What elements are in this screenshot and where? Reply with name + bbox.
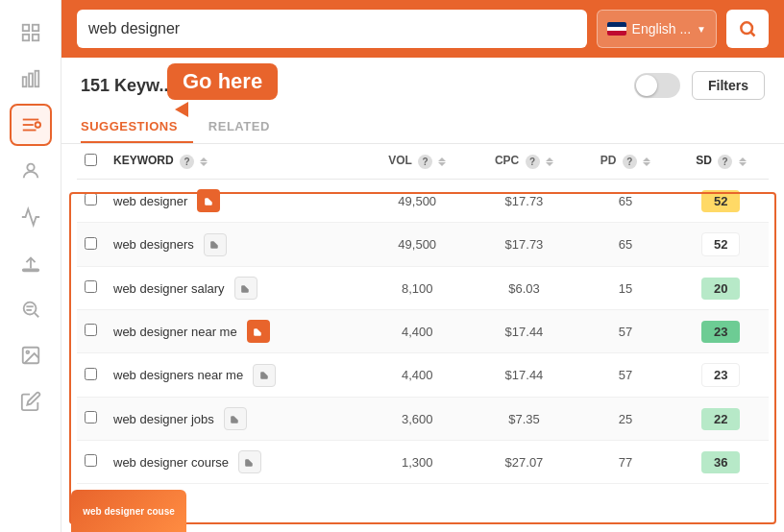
cpc-sort-arrows[interactable]: [546, 157, 553, 166]
row-checkbox[interactable]: [85, 193, 97, 206]
row-pd-cell: 15: [577, 267, 673, 310]
row-vol-cell: 1,300: [364, 441, 471, 484]
row-cpc-cell: $17.73: [471, 180, 578, 223]
sd-sort-arrows[interactable]: [739, 157, 747, 166]
row-vol-cell: 4,400: [364, 353, 471, 398]
row-checkbox-cell: [77, 398, 106, 441]
keyword-link-button[interactable]: [224, 407, 247, 430]
row-keyword-cell: web designers: [106, 223, 364, 267]
row-vol-cell: 49,500: [364, 180, 471, 223]
cpc-value: $6.03: [508, 281, 540, 296]
keyword-sort-arrows[interactable]: [200, 157, 208, 166]
toolbar-row: 151 Keyw... Filters: [61, 58, 784, 100]
row-keyword-cell: web designer salary: [106, 267, 364, 310]
main-content: English ... ▼ 151 Keyw... Filters Go her…: [61, 0, 784, 532]
sidebar-item-chart[interactable]: [10, 58, 52, 100]
sidebar-item-image[interactable]: [10, 334, 52, 376]
row-pd-cell: 65: [577, 223, 673, 267]
sd-info-icon: ?: [718, 155, 732, 169]
sidebar-item-dashboard[interactable]: [10, 12, 52, 54]
row-cpc-cell: $6.03: [471, 267, 578, 310]
vol-value: 4,400: [402, 368, 433, 382]
select-all-checkbox[interactable]: [85, 154, 97, 166]
sidebar-item-activity[interactable]: [10, 196, 52, 238]
keyword-link-button[interactable]: [197, 189, 220, 212]
sidebar-item-upload[interactable]: [10, 242, 52, 284]
row-sd-cell: 52: [674, 180, 769, 223]
table-header-row: KEYWORD ? VOL ? CPC ?: [77, 144, 769, 180]
sd-badge: 22: [701, 408, 740, 430]
toolbar-right: Filters: [634, 71, 765, 100]
svg-rect-1: [32, 25, 37, 31]
row-pd-cell: 57: [577, 310, 673, 353]
sd-badge: 52: [701, 232, 740, 256]
row-checkbox[interactable]: [85, 368, 97, 380]
search-button[interactable]: [726, 10, 769, 48]
svg-line-15: [35, 313, 38, 317]
pd-value: 65: [619, 237, 632, 252]
sd-badge: 23: [701, 321, 740, 343]
keyword-link-button[interactable]: [238, 450, 261, 473]
sd-badge: 36: [701, 451, 740, 473]
svg-rect-3: [32, 35, 37, 40]
row-cpc-cell: $17.44: [471, 310, 578, 353]
row-checkbox-cell: [77, 353, 106, 398]
row-checkbox[interactable]: [85, 280, 97, 293]
sd-badge: 52: [701, 190, 740, 212]
row-checkbox[interactable]: [85, 411, 97, 423]
sidebar-item-keywords[interactable]: [10, 104, 52, 146]
row-pd-cell: 77: [577, 441, 673, 484]
row-cpc-cell: $27.07: [471, 441, 578, 484]
filters-button[interactable]: Filters: [692, 71, 765, 100]
table-row: web designer 49,500 $17.73 65 52: [77, 180, 769, 223]
col-checkbox: [77, 144, 106, 180]
tab-related[interactable]: RELATED: [208, 111, 285, 143]
vol-value: 1,300: [402, 455, 433, 470]
row-keyword-cell: web designer jobs: [106, 398, 364, 441]
row-cpc-cell: $17.73: [471, 223, 578, 267]
row-checkbox[interactable]: [85, 324, 97, 336]
tab-suggestions[interactable]: SUGGESTIONS: [81, 111, 193, 143]
keyword-link-button[interactable]: [247, 320, 270, 343]
vol-info-icon: ?: [418, 155, 432, 169]
vol-sort-arrows[interactable]: [438, 157, 446, 166]
tabs-row: SUGGESTIONS RELATED: [61, 106, 784, 144]
table-wrapper[interactable]: KEYWORD ? VOL ? CPC ?: [61, 144, 784, 532]
row-sd-cell: 52: [674, 223, 769, 267]
col-sd: SD ?: [674, 144, 769, 180]
svg-point-19: [26, 351, 29, 353]
row-checkbox[interactable]: [85, 454, 97, 467]
svg-rect-4: [22, 77, 26, 86]
row-vol-cell: 4,400: [364, 310, 471, 353]
table-row: web designer jobs 3,600 $7.35 25 22: [77, 398, 769, 441]
keyword-link-button[interactable]: [204, 233, 227, 256]
toggle-switch[interactable]: [634, 73, 680, 98]
keyword-link-button[interactable]: [234, 277, 257, 300]
row-sd-cell: 22: [674, 398, 769, 441]
table-row: web designer salary 8,100 $6.03 15 20: [77, 267, 769, 310]
svg-line-21: [751, 33, 755, 36]
row-cpc-cell: $7.35: [471, 398, 578, 441]
sidebar-item-user[interactable]: [10, 150, 52, 192]
search-bar-area: English ... ▼: [61, 0, 784, 58]
keyword-link-button[interactable]: [253, 364, 276, 387]
search-input-wrapper[interactable]: [77, 10, 587, 48]
row-pd-cell: 65: [577, 180, 673, 223]
row-sd-cell: 36: [674, 441, 769, 484]
sidebar-item-edit[interactable]: [10, 380, 52, 423]
svg-point-10: [35, 122, 40, 128]
row-checkbox[interactable]: [85, 237, 97, 250]
col-cpc: CPC ?: [471, 144, 578, 180]
vol-value: 49,500: [398, 237, 436, 252]
row-pd-cell: 25: [577, 398, 673, 441]
cpc-value: $27.07: [505, 455, 544, 470]
pd-sort-arrows[interactable]: [643, 157, 650, 166]
sd-badge: 23: [701, 363, 740, 387]
sidebar-item-search-list[interactable]: [10, 288, 52, 330]
svg-rect-5: [29, 74, 33, 87]
language-selector[interactable]: English ... ▼: [597, 10, 717, 48]
svg-point-14: [23, 302, 36, 315]
bottom-thumb-label: web designer couse: [83, 506, 175, 517]
row-sd-cell: 23: [674, 310, 769, 353]
search-input[interactable]: [88, 20, 576, 37]
